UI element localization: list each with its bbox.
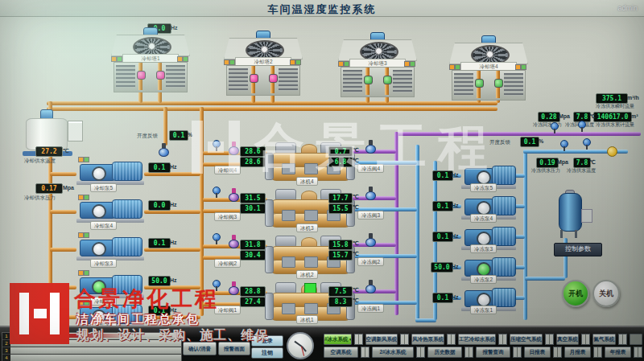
alarm-list[interactable]: 1 2 3 4 [2, 332, 182, 361]
chiller1-chilled-valve-icon[interactable] [365, 280, 376, 293]
nav-alarm-query[interactable]: 报警查询 [476, 347, 510, 358]
cooling-pump-2[interactable] [76, 273, 144, 298]
login-button[interactable]: 登录 [251, 335, 283, 347]
start-button[interactable]: 开机 [562, 280, 589, 307]
pump-gauge [92, 166, 106, 181]
end-cap [265, 153, 274, 180]
hz-unit: Hz [170, 307, 177, 313]
chw-flow-label: 冷冻供水瞬时流量 [596, 103, 634, 110]
chiller3-chilled-valve-label: 冷冻阀3 [357, 211, 384, 219]
mpa-unit: Mpa [559, 113, 570, 119]
chiller2-cooling-valve-icon[interactable] [229, 235, 239, 248]
alarm-screen-button[interactable]: 报警画面 [218, 342, 250, 355]
nav-chiller-plant-2[interactable]: 2#冰水系统 [372, 347, 414, 358]
chiller4-cooling-valve-icon[interactable] [229, 142, 239, 155]
chiller2-chw-out-display: 15.7 [328, 250, 353, 260]
chiller2-chilled-valve-label: 冷冻阀2 [357, 257, 384, 266]
chiller3-chilled-valve-icon[interactable] [365, 187, 376, 200]
alarm-row[interactable]: 1 [2, 333, 181, 340]
cooling-pump-3-label: 冷却泵3 [90, 259, 117, 268]
nav-daily-report[interactable]: 日报表 [524, 347, 551, 358]
title-bar: 车间温湿度监控系统 admin [0, 0, 644, 17]
tower-valve-icon[interactable] [269, 74, 278, 83]
bypass-valve-icon[interactable] [159, 143, 169, 157]
chilled-pump-1-hz: 0.1 [432, 293, 453, 303]
nav-indicator [553, 347, 562, 358]
cooling-tower-2[interactable]: 冷却塔2 [224, 31, 301, 98]
nav-process-cooling-system[interactable]: 工艺冷却水系统 [458, 334, 496, 345]
nav-heat-pump-system[interactable]: 风冷热泵系统 [411, 334, 444, 345]
tower-valve-icon[interactable] [137, 71, 146, 80]
logout-button[interactable]: 注销 [251, 347, 283, 359]
tower-valve-icon[interactable] [250, 74, 258, 83]
nav-indicator [416, 347, 425, 358]
chiller4-chilled-valve-icon[interactable] [365, 140, 376, 154]
nav-fresh-air-system[interactable]: 空调新风系统 [365, 334, 398, 345]
mode-indicator [78, 300, 89, 306]
chiller1-cooling-valve-icon[interactable] [229, 281, 239, 295]
chilled-pump-4-hz: 0.1 [432, 201, 453, 211]
bottom-bar: 1 2 3 4 确认/消音 报警画面 登录 注销 1#冰水系统 空调新风系统 风… [0, 326, 644, 361]
manual-valve-icon[interactable] [607, 146, 617, 157]
nav-vacuum-system[interactable]: 真空系统 [556, 334, 580, 345]
celsius-unit: ℃ [353, 251, 359, 257]
chilled-pump-1-label: 冷冻泵1 [470, 306, 497, 314]
louver [393, 70, 412, 92]
nav-monthly-report[interactable]: 月报表 [564, 347, 591, 358]
celsius-unit: ℃ [353, 147, 359, 154]
mode-indicator [111, 56, 122, 62]
stop-button[interactable]: 关机 [592, 280, 620, 307]
alarm-row[interactable]: 2 [2, 340, 181, 347]
ack-mute-button[interactable]: 确认/消音 [183, 342, 217, 355]
nav-indicator [545, 334, 554, 345]
transmitter-icon [551, 122, 558, 133]
pump-motor [492, 288, 516, 307]
nav-nitrogen-system[interactable]: 氮气系统 [592, 334, 616, 345]
pump-motor [492, 196, 516, 215]
expansion-tank[interactable] [552, 190, 591, 240]
mode-indicator [78, 157, 89, 162]
fan-housing [449, 43, 528, 64]
pump5-suction-pipe [50, 172, 76, 176]
cooling-tower-3[interactable]: 冷却塔3 [338, 32, 415, 100]
chiller4-cooling-valve-label: 冷却阀4 [214, 166, 241, 174]
cooling-pump-5[interactable] [76, 159, 144, 185]
nav-chiller-plant-1[interactable]: 1#冰水系统 [324, 334, 352, 345]
pump-gauge [92, 204, 106, 219]
control-params-button[interactable]: 控制参数 [554, 243, 602, 256]
chiller3-cooling-valve-icon[interactable] [229, 188, 239, 202]
tower-valve-icon[interactable] [156, 71, 165, 80]
tower-valve-icon[interactable] [494, 79, 503, 88]
hz-unit: Hz [452, 294, 459, 300]
nav-yearly-report[interactable]: 年报表 [605, 347, 631, 358]
mode-indicator [78, 195, 89, 200]
cooling-tower-1[interactable]: 冷却塔1 [111, 27, 188, 95]
alarm-text [15, 334, 120, 338]
alarm-row[interactable]: 3 [2, 347, 181, 355]
nav-compressed-air-system[interactable]: 压缩空气系统 [510, 334, 543, 345]
chilled-pump-3-hz: 0.1 [432, 232, 453, 242]
nav-indicator [634, 347, 642, 358]
cooling-manifold-return [47, 107, 497, 111]
mpa-unit: Mpa [557, 159, 568, 165]
tower-valve-icon[interactable] [383, 76, 392, 84]
pump-motor [112, 237, 142, 256]
cooling-tower-4[interactable]: 冷却塔4 [449, 35, 526, 103]
nav-hvac-system[interactable]: 空调系统 [324, 347, 358, 358]
cooling-pump-3[interactable] [76, 235, 144, 260]
cooling-pump-4-label: 冷却泵4 [90, 221, 117, 230]
chiller2-chilled-valve-icon[interactable] [365, 233, 376, 247]
alarm-row[interactable]: 4 [2, 355, 181, 361]
tower-valve-icon[interactable] [475, 79, 484, 88]
celsius-unit: ℃ [353, 194, 359, 200]
tower-valve-icon[interactable] [364, 76, 373, 84]
chiller2-cw-in-display: 31.8 [240, 240, 266, 250]
hz-unit: Hz [452, 264, 459, 269]
nav-history-data[interactable]: 历史数据 [427, 347, 462, 358]
cooling-pump-4[interactable] [76, 197, 144, 223]
louver [504, 73, 523, 96]
mode-indicator [290, 59, 301, 65]
chiller2-chw-in-display: 15.8 [328, 240, 353, 250]
cooling-pump-4-hz: 0.0 [148, 200, 171, 211]
tank-leg [575, 230, 577, 238]
